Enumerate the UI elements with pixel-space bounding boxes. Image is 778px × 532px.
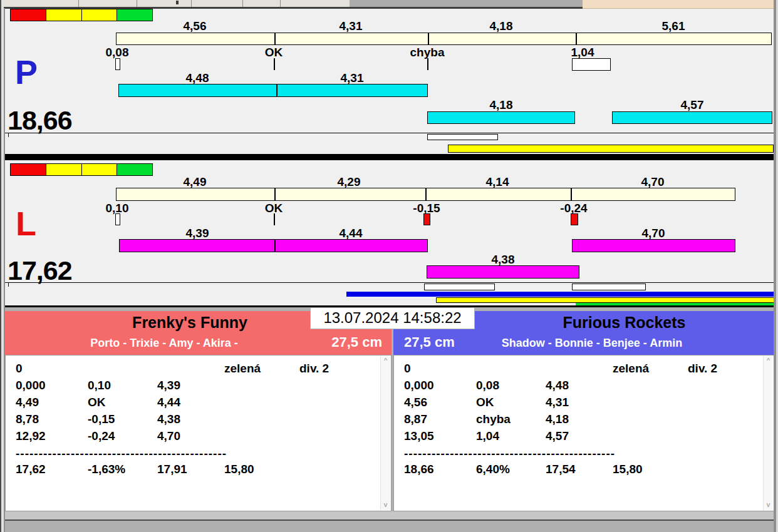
- right-run-number: 0: [404, 361, 411, 376]
- l-split-label-4: 4,70: [615, 175, 690, 189]
- right-standard-time: 15,80: [613, 462, 643, 477]
- table-row: 8,87 chyba 4,18: [394, 412, 764, 429]
- left-results-panel[interactable]: 0 zelená div. 2 0,000 0,10 4,39 4,49 OK …: [5, 355, 392, 511]
- p-split-label-2: 4,31: [313, 19, 388, 33]
- right-team-name: Furious Rockets: [474, 314, 774, 332]
- table-row: 12,92 -0,24 4,70: [6, 429, 381, 446]
- l-bottom-yellow-bar: [436, 297, 775, 303]
- p-status-squares: [10, 9, 153, 21]
- strip-notch: [176, 1, 179, 4]
- left-panel-scrollbar[interactable]: ^ v: [380, 356, 390, 510]
- l-split-label-3: 4,14: [460, 175, 535, 189]
- background-window-titlebar[interactable]: [350, 0, 583, 7]
- table-row: 0 zelená div. 2: [394, 361, 764, 378]
- scroll-down-icon[interactable]: v: [381, 500, 390, 510]
- l-row1-label-2: 4,44: [313, 227, 388, 240]
- right-results-table: 0 zelená div. 2 0,000 0,08 4,48 4,56 OK …: [394, 361, 764, 479]
- p-mark-tick-chyba: [427, 58, 428, 70]
- left-standard-time: 15,80: [224, 462, 254, 477]
- l-status-squares: [10, 163, 153, 176]
- window-border-left-inner: [4, 8, 5, 532]
- table-row: 4,56 OK 4,31: [394, 395, 764, 412]
- statusbar-area: [0, 521, 778, 532]
- right-team-size: 27,5 cm: [404, 334, 485, 350]
- l-split-label-2: 4,29: [311, 175, 386, 189]
- p-square-red: [11, 9, 46, 21]
- strip-divider: [137, 0, 137, 7]
- l-mark-red-1: [423, 213, 430, 225]
- l-letter: L: [16, 208, 36, 239]
- l-split-bar: [116, 188, 735, 201]
- l-mark-white-small: [115, 213, 120, 225]
- scroll-down-icon[interactable]: v: [764, 500, 773, 510]
- l-row1-label-1: 4,39: [160, 227, 235, 240]
- left-ref-time: 17,91: [157, 462, 187, 477]
- p-row2-label-2: 4,57: [655, 98, 730, 112]
- l-row2-label: 4,38: [465, 253, 541, 267]
- p-square-green: [117, 9, 152, 21]
- l-split-tick-1: [274, 188, 276, 200]
- p-row1-label-2: 4,31: [314, 71, 390, 85]
- left-percent: -1,63%: [88, 462, 125, 477]
- p-square-yellow-2: [82, 9, 118, 21]
- p-bottom-yellow-bar: [448, 145, 774, 153]
- p-measure-bar-row2b: [612, 111, 772, 124]
- strip-divider: [191, 0, 192, 7]
- l-measure-bar-row2: [427, 265, 579, 279]
- p-mark-label-1: 0,08: [80, 46, 155, 59]
- strip-divider: [78, 0, 79, 7]
- p-total-time: 18,66: [8, 109, 72, 131]
- p-mark-label-4: 1,04: [545, 46, 620, 59]
- p-bottom-white-rect: [427, 134, 498, 140]
- p-split-label-3: 4,18: [464, 19, 539, 33]
- p-split-tick-1: [274, 33, 276, 44]
- p-row1-divider: [276, 84, 277, 96]
- table-separator: ----------------------------------------…: [6, 446, 381, 462]
- table-row: 0 zelená div. 2: [6, 361, 381, 378]
- background-window-tan[interactable]: [583, 0, 778, 9]
- p-letter: P: [15, 56, 38, 88]
- scroll-up-icon[interactable]: ^: [381, 356, 390, 366]
- l-mark-red-2: [571, 213, 578, 225]
- l-row1b-label: 4,70: [616, 227, 691, 240]
- scroll-up-icon[interactable]: ^: [764, 356, 773, 366]
- right-panel-scrollbar[interactable]: ^ v: [763, 356, 773, 510]
- p-split-bar: [116, 33, 772, 45]
- p-baseline-tick: [8, 133, 9, 137]
- right-percent: 6,40%: [476, 462, 510, 477]
- l-baseline-tick: [8, 282, 9, 287]
- p-row1-label-1: 4,48: [160, 71, 235, 85]
- l-measure-bar-row1b: [572, 239, 735, 252]
- p-measure-bar-row2a: [427, 111, 575, 124]
- table-row: 4,49 OK 4,44: [6, 395, 381, 412]
- l-total-time: 17,62: [8, 259, 72, 282]
- l-baseline: [5, 282, 774, 283]
- right-total: 18,66: [404, 462, 434, 477]
- right-division: div. 2: [688, 361, 717, 376]
- l-mark-tick-ok: [274, 213, 275, 225]
- l-bottom-blue-bar: [346, 292, 775, 297]
- p-mark-label-2: OK: [236, 46, 311, 59]
- timing-app-window: 4,56 4,31 4,18 5,61 0,08 OK chyba 1,04 4…: [0, 0, 778, 532]
- left-team-size: 27,5 cm: [301, 334, 382, 350]
- table-row: 0,000 0,08 4,48: [394, 378, 764, 395]
- p-mark-tick-ok: [274, 58, 275, 70]
- l-split-tick-2: [425, 188, 427, 200]
- left-run-number: 0: [16, 361, 23, 376]
- p-baseline: [5, 133, 774, 133]
- p-row2-label-1: 4,18: [464, 98, 539, 112]
- strip-divider: [242, 0, 243, 7]
- l-split-label-1: 4,49: [157, 175, 232, 189]
- p-split-label-4: 5,61: [636, 19, 711, 33]
- left-color-label: zelená: [224, 361, 261, 376]
- strip-divider: [280, 0, 281, 7]
- p-split-tick-3: [576, 33, 577, 44]
- p-split-label-1: 4,56: [157, 19, 232, 33]
- right-ref-time: 17,54: [546, 462, 576, 477]
- l-bottom-white-rect-1: [424, 284, 495, 290]
- right-results-panel[interactable]: 0 zelená div. 2 0,000 0,08 4,48 4,56 OK …: [393, 355, 774, 511]
- left-total: 17,62: [16, 462, 46, 477]
- table-summary-row: 17,62 -1,63% 17,91 15,80: [6, 462, 381, 479]
- table-row: 0,000 0,10 4,39: [6, 378, 381, 395]
- p-mark-white-small: [115, 58, 120, 70]
